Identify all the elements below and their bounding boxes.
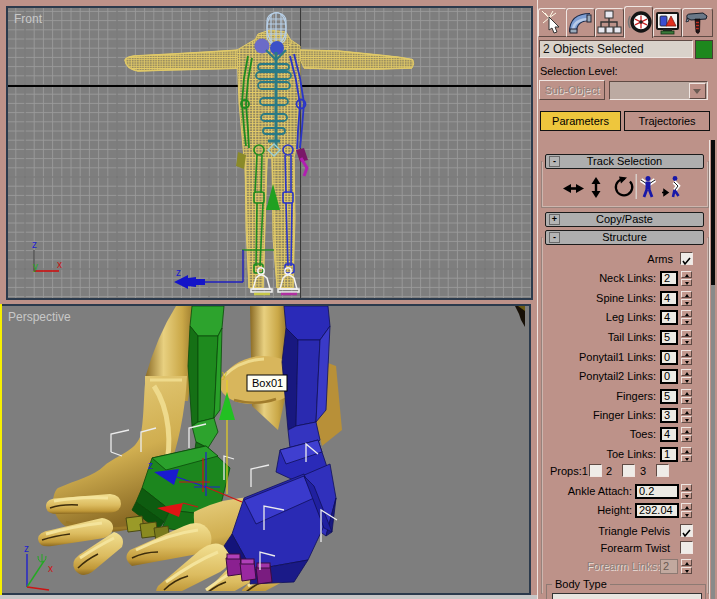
svg-text:y: y	[33, 261, 38, 272]
svg-text:y: y	[222, 369, 227, 380]
svg-text:x: x	[48, 563, 53, 574]
svg-text:z: z	[148, 460, 153, 471]
svg-text:z: z	[24, 543, 29, 554]
svg-text:z: z	[176, 267, 181, 278]
svg-text:Box01: Box01	[252, 377, 283, 389]
svg-text:x: x	[57, 259, 62, 270]
svg-text:z: z	[32, 239, 37, 250]
